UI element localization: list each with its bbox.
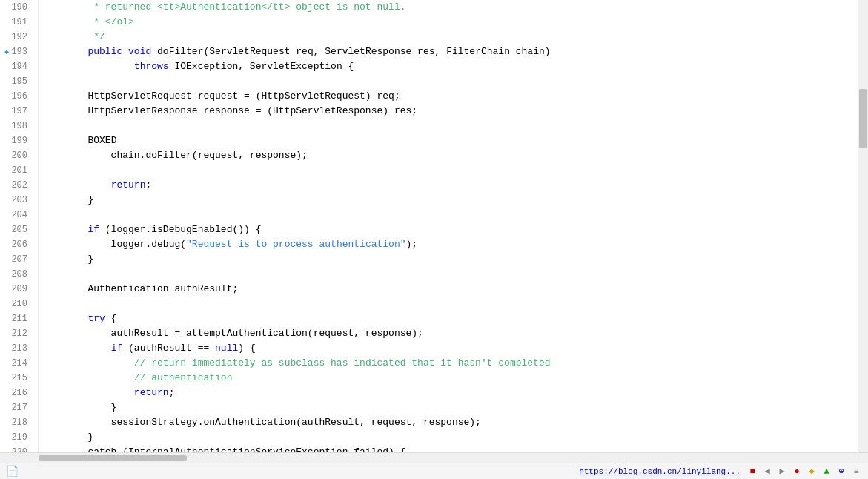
line-number-218: 218 bbox=[3, 415, 32, 430]
code-line-207: } bbox=[42, 252, 858, 267]
line-number-195: 195 bbox=[3, 74, 32, 89]
code-line-214: // return immediately as subclass has in… bbox=[42, 356, 858, 371]
scrollbar-v-track bbox=[858, 0, 868, 452]
scrollbar-h-track bbox=[39, 455, 858, 462]
vertical-scrollbar[interactable] bbox=[858, 0, 868, 452]
code-line-205: if (logger.isDebugEnabled()) { bbox=[42, 222, 858, 237]
line-number-202: 202 bbox=[3, 178, 32, 193]
line-number-192: 192 bbox=[3, 30, 32, 44]
code-line-213: if (authResult == null) { bbox=[42, 341, 858, 356]
code-line-193: public void doFilter(ServletRequest req,… bbox=[42, 44, 858, 59]
code-line-219: } bbox=[42, 430, 858, 445]
code-line-200: chain.doFilter(request, response); bbox=[42, 148, 858, 163]
code-line-206: logger.debug("Request is to process auth… bbox=[42, 237, 858, 252]
up-icon[interactable]: ▲ bbox=[821, 466, 832, 478]
line-number-210: 210 bbox=[3, 297, 32, 311]
code-line-208 bbox=[42, 267, 858, 282]
code-line-218: sessionStrategy.onAuthentication(authRes… bbox=[42, 415, 858, 430]
line-number-220: 220 bbox=[3, 445, 32, 452]
code-line-204 bbox=[42, 208, 858, 222]
prev-icon[interactable]: ◀ bbox=[761, 466, 773, 478]
horizontal-scrollbar[interactable] bbox=[0, 452, 868, 463]
line-number-200: 200 bbox=[3, 148, 32, 163]
line-number-209: 209 bbox=[3, 282, 32, 297]
line-number-199: 199 bbox=[3, 133, 32, 148]
line-number-208: 208 bbox=[3, 267, 32, 282]
line-number-215: 215 bbox=[3, 371, 32, 386]
code-line-216: return; bbox=[42, 386, 858, 400]
code-content: * returned <tt>Authentication</tt> objec… bbox=[39, 0, 858, 452]
line-number-214: 214 bbox=[3, 356, 32, 371]
code-line-201 bbox=[42, 163, 858, 178]
editor-container: 1901911921931941951961971981992002012022… bbox=[0, 0, 868, 479]
line-number-217: 217 bbox=[3, 400, 32, 415]
line-number-190: 190 bbox=[3, 0, 32, 15]
code-line-197: HttpServletResponse response = (HttpServ… bbox=[42, 104, 858, 119]
code-line-209: Authentication authResult; bbox=[42, 282, 858, 297]
line-number-196: 196 bbox=[3, 89, 32, 104]
code-line-192: */ bbox=[42, 30, 858, 44]
code-line-220: catch (InternalAuthenticationServiceExce… bbox=[42, 445, 858, 452]
code-line-212: authResult = attemptAuthentication(reque… bbox=[42, 326, 858, 341]
line-number-197: 197 bbox=[3, 104, 32, 119]
stop-icon[interactable]: ■ bbox=[746, 466, 758, 478]
code-line-195 bbox=[42, 74, 858, 89]
line-number-204: 204 bbox=[3, 208, 32, 222]
record-icon[interactable]: ● bbox=[791, 466, 803, 478]
bottom-bar: 📄 https://blog.csdn.cn/linyilang... ■ ◀ … bbox=[0, 463, 868, 479]
line-number-191: 191 bbox=[3, 15, 32, 30]
line-number-212: 212 bbox=[3, 326, 32, 341]
code-line-198 bbox=[42, 119, 858, 133]
code-line-202: return; bbox=[42, 178, 858, 193]
line-number-194: 194 bbox=[3, 59, 32, 74]
menu-icon[interactable]: ≡ bbox=[850, 466, 862, 478]
line-number-206: 206 bbox=[3, 237, 32, 252]
status-url[interactable]: https://blog.csdn.cn/linyilang... bbox=[579, 467, 741, 476]
line-number-193: 193 bbox=[3, 44, 32, 59]
line-number-213: 213 bbox=[3, 341, 32, 356]
code-line-203: } bbox=[42, 193, 858, 208]
main-content: 1901911921931941951961971981992002012022… bbox=[0, 0, 868, 452]
diamond-icon[interactable]: ◆ bbox=[806, 466, 818, 478]
file-icon: 📄 bbox=[6, 465, 19, 478]
code-line-211: try { bbox=[42, 311, 858, 326]
code-area: 1901911921931941951961971981992002012022… bbox=[0, 0, 868, 452]
code-line-210 bbox=[42, 297, 858, 311]
code-line-215: // authentication bbox=[42, 371, 858, 386]
bottom-bar-right: https://blog.csdn.cn/linyilang... ■ ◀ ▶ … bbox=[579, 466, 862, 478]
code-line-190: * returned <tt>Authentication</tt> objec… bbox=[42, 0, 858, 15]
line-number-219: 219 bbox=[3, 430, 32, 445]
code-line-194: throws IOException, ServletException { bbox=[42, 59, 858, 74]
bottom-icons: ■ ◀ ▶ ● ◆ ▲ ⊕ ≡ bbox=[746, 466, 862, 478]
code-line-191: * </ol> bbox=[42, 15, 858, 30]
line-number-201: 201 bbox=[3, 163, 32, 178]
code-line-196: HttpServletRequest request = (HttpServle… bbox=[42, 89, 858, 104]
line-numbers: 1901911921931941951961971981992002012022… bbox=[0, 0, 39, 452]
line-number-211: 211 bbox=[3, 311, 32, 326]
line-number-216: 216 bbox=[3, 386, 32, 400]
scrollbar-h-thumb[interactable] bbox=[39, 455, 187, 461]
bottom-bar-left: 📄 bbox=[6, 465, 23, 478]
scrollbar-v-thumb[interactable] bbox=[859, 89, 867, 148]
line-number-207: 207 bbox=[3, 252, 32, 267]
code-line-199: BOXED bbox=[42, 133, 858, 148]
line-number-198: 198 bbox=[3, 119, 32, 133]
line-number-205: 205 bbox=[3, 222, 32, 237]
next-icon[interactable]: ▶ bbox=[776, 466, 788, 478]
code-line-217: } bbox=[42, 400, 858, 415]
line-number-203: 203 bbox=[3, 193, 32, 208]
add-icon[interactable]: ⊕ bbox=[835, 466, 847, 478]
